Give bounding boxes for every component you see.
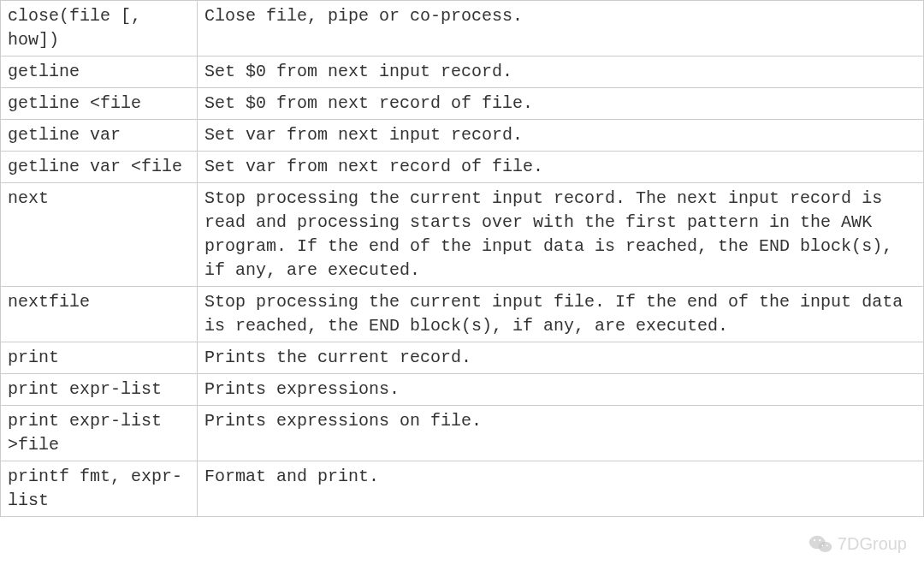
command-cell: printf fmt, expr-list: [1, 461, 198, 517]
wechat-icon: [808, 533, 832, 554]
table-row: next Stop processing the current input r…: [1, 183, 924, 287]
description-cell: Stop processing the current input record…: [198, 183, 924, 287]
table-body: close(file [, how])Close file, pipe or c…: [1, 1, 924, 517]
description-cell: Close file, pipe or co-process.: [198, 1, 924, 57]
table-row: printf fmt, expr-listFormat and print.: [1, 461, 924, 517]
svg-point-4: [821, 544, 823, 546]
table-row: close(file [, how])Close file, pipe or c…: [1, 1, 924, 57]
table-row: nextfileStop processing the current inpu…: [1, 287, 924, 342]
description-cell: Prints expressions.: [198, 374, 924, 406]
command-cell: getline var <file: [1, 152, 198, 183]
table-row: getline <fileSet $0 from next record of …: [1, 88, 924, 120]
command-cell: print expr-list >file: [1, 406, 198, 461]
description-cell: Prints the current record.: [198, 342, 924, 374]
command-cell: print expr-list: [1, 374, 198, 406]
table-row: getline varSet var from next input recor…: [1, 120, 924, 152]
description-cell: Format and print.: [198, 461, 924, 517]
command-cell: print: [1, 342, 198, 374]
command-cell: getline <file: [1, 88, 198, 120]
svg-point-3: [819, 542, 832, 552]
description-cell: Set $0 from next record of file.: [198, 88, 924, 120]
command-cell: nextfile: [1, 287, 198, 342]
table-row: printPrints the current record.: [1, 342, 924, 374]
svg-point-2: [819, 539, 820, 541]
description-cell: Prints expressions on file.: [198, 406, 924, 461]
table-row: getline var <fileSet var from next recor…: [1, 152, 924, 183]
table-row: print expr-list >filePrints expressions …: [1, 406, 924, 461]
description-cell: Stop processing the current input file. …: [198, 287, 924, 342]
description-cell: Set var from next record of file.: [198, 152, 924, 183]
watermark-label: 7DGroup: [838, 534, 907, 554]
table-row: print expr-listPrints expressions.: [1, 374, 924, 406]
svg-point-5: [826, 544, 828, 546]
command-cell: next: [1, 183, 198, 287]
table-row: getlineSet $0 from next input record.: [1, 57, 924, 88]
awk-functions-table: close(file [, how])Close file, pipe or c…: [0, 0, 924, 517]
command-cell: getline var: [1, 120, 198, 152]
watermark: 7DGroup: [808, 533, 907, 554]
description-cell: Set var from next input record.: [198, 120, 924, 152]
command-cell: getline: [1, 57, 198, 88]
svg-point-1: [814, 539, 815, 541]
description-cell: Set $0 from next input record.: [198, 57, 924, 88]
command-cell: close(file [, how]): [1, 1, 198, 57]
